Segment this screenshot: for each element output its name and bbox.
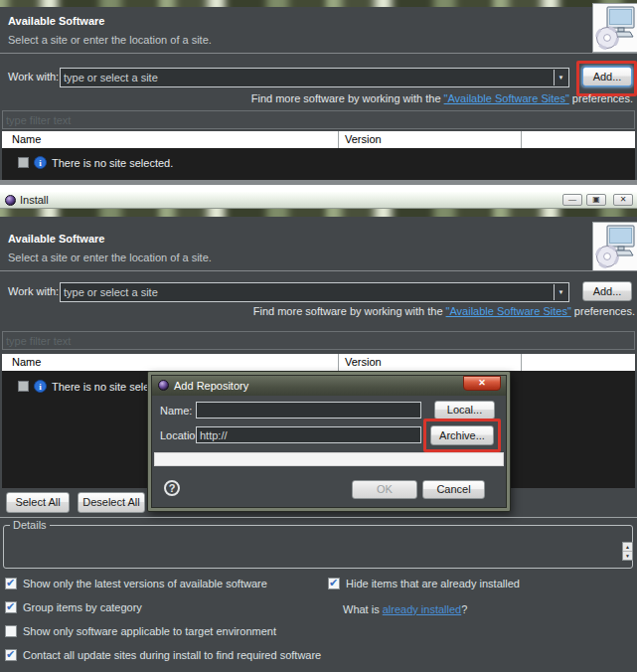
name-field[interactable]: [196, 402, 421, 419]
select-all-button[interactable]: Select All: [6, 492, 70, 513]
deselect-all-button[interactable]: Deselect All: [78, 492, 145, 513]
ok-button[interactable]: OK: [352, 480, 417, 499]
filter-input[interactable]: [6, 112, 631, 127]
column-version[interactable]: Version: [338, 354, 521, 371]
work-with-input[interactable]: [64, 70, 553, 85]
column-name[interactable]: Name: [2, 354, 338, 371]
checkbox-show-latest-versions[interactable]: Show only the latest versions of availab…: [5, 578, 267, 589]
find-more-text: Find more software by working with the "…: [0, 305, 635, 317]
column-version[interactable]: Version: [338, 131, 521, 148]
computer-cd-icon: [595, 6, 635, 50]
spinner-down-icon[interactable]: ▼: [623, 552, 632, 560]
work-with-input[interactable]: [64, 284, 553, 300]
software-table[interactable]: i There is no site selected.: [2, 148, 635, 180]
cancel-button[interactable]: Cancel: [422, 480, 485, 499]
page-title: Available Software: [8, 233, 104, 245]
info-icon: i: [34, 380, 47, 393]
what-is-installed-text: What is already installed?: [343, 603, 467, 615]
checkbox-box[interactable]: [5, 649, 17, 661]
location-field[interactable]: [196, 426, 421, 443]
bottom-strip: [0, 180, 637, 185]
minimize-button[interactable]: —: [562, 194, 582, 206]
details-label: Details: [10, 519, 50, 531]
install-wizard-graphic: [592, 3, 637, 53]
chevron-down-icon[interactable]: ▼: [554, 70, 567, 85]
row-checkbox[interactable]: [18, 157, 29, 168]
details-group: [3, 525, 633, 569]
table-header[interactable]: Name Version: [2, 354, 635, 371]
location-input[interactable]: [200, 428, 417, 441]
dialog-close-button[interactable]: ✕: [463, 376, 501, 391]
page-subtitle: Select a site or enter the location of a…: [8, 34, 212, 46]
empty-table-message: There is no site selected.: [52, 157, 173, 169]
red-highlight-add-button: [576, 61, 637, 96]
add-button[interactable]: Add...: [582, 281, 632, 301]
chevron-down-icon[interactable]: ▼: [554, 284, 567, 300]
dialog-message-area: [154, 452, 504, 466]
computer-cd-icon: [595, 225, 635, 268]
name-input[interactable]: [200, 404, 417, 417]
dialog-body: Add Repository ✕ Name: Local... Location…: [151, 375, 507, 508]
details-scroll-spinner[interactable]: ▲ ▼: [622, 542, 633, 561]
install-wizard-graphic: [592, 222, 637, 271]
checkbox-box[interactable]: [328, 578, 340, 589]
window-titlebar[interactable]: Install — ▣ ✕: [0, 192, 637, 209]
work-with-combo[interactable]: ▼: [60, 68, 569, 87]
info-icon: i: [34, 156, 47, 169]
screenshot-2-install-window: Install — ▣ ✕ Available Software Select …: [0, 192, 637, 672]
red-highlight-archive-button: [423, 419, 501, 452]
available-software-sites-link[interactable]: "Available Software Sites": [444, 92, 569, 104]
maximize-button[interactable]: ▣: [586, 194, 606, 206]
divider: [0, 517, 637, 518]
name-label: Name:: [160, 405, 192, 417]
checkbox-target-environment[interactable]: Show only software applicable to target …: [5, 625, 276, 637]
add-repository-dialog: Add Repository ✕ Name: Local... Location…: [147, 371, 511, 512]
close-button[interactable]: ✕: [613, 194, 633, 206]
divider: [0, 53, 637, 54]
already-installed-link[interactable]: already installed: [383, 603, 462, 615]
find-more-text: Find more software by working with the "…: [0, 92, 633, 104]
column-name[interactable]: Name: [2, 131, 338, 148]
work-with-combo[interactable]: ▼: [60, 282, 569, 302]
checkbox-box[interactable]: [5, 578, 17, 589]
blurred-texture-band: [0, 0, 637, 7]
help-icon[interactable]: ?: [164, 480, 180, 496]
available-software-sites-link[interactable]: "Available Software Sites": [446, 305, 571, 317]
spinner-up-icon[interactable]: ▲: [623, 543, 632, 552]
work-with-label: Work with:: [8, 285, 59, 297]
table-header[interactable]: Name Version: [2, 131, 635, 148]
dialog-title: Add Repository: [174, 380, 248, 392]
local-button[interactable]: Local...: [434, 401, 495, 420]
screenshot-1-wizard-crop: Available Software Select a site or ente…: [0, 0, 637, 185]
column-extra: [521, 131, 635, 148]
dialog-titlebar[interactable]: Add Repository: [152, 376, 506, 396]
window-title: Install: [20, 194, 49, 206]
row-checkbox[interactable]: [18, 381, 29, 392]
page-subtitle: Select a site or enter the location of a…: [8, 252, 212, 263]
filter-field[interactable]: [2, 331, 635, 350]
eclipse-app-icon: [158, 380, 169, 391]
filter-field[interactable]: [2, 110, 635, 129]
work-with-label: Work with:: [8, 71, 59, 83]
checkbox-box[interactable]: [5, 625, 17, 637]
filter-input[interactable]: [6, 333, 631, 348]
eclipse-app-icon: [5, 195, 16, 206]
checkbox-hide-installed[interactable]: Hide items that are already installed: [328, 578, 520, 589]
table-row[interactable]: i There is no site selected.: [18, 156, 173, 169]
blurred-texture-band: [0, 209, 637, 217]
column-extra: [521, 354, 635, 371]
checkbox-box[interactable]: [5, 601, 17, 613]
checkbox-contact-update-sites[interactable]: Contact all update sites during install …: [5, 649, 321, 661]
divider: [0, 270, 637, 271]
page-title: Available Software: [8, 15, 104, 27]
checkbox-group-by-category[interactable]: Group items by category: [5, 601, 142, 613]
